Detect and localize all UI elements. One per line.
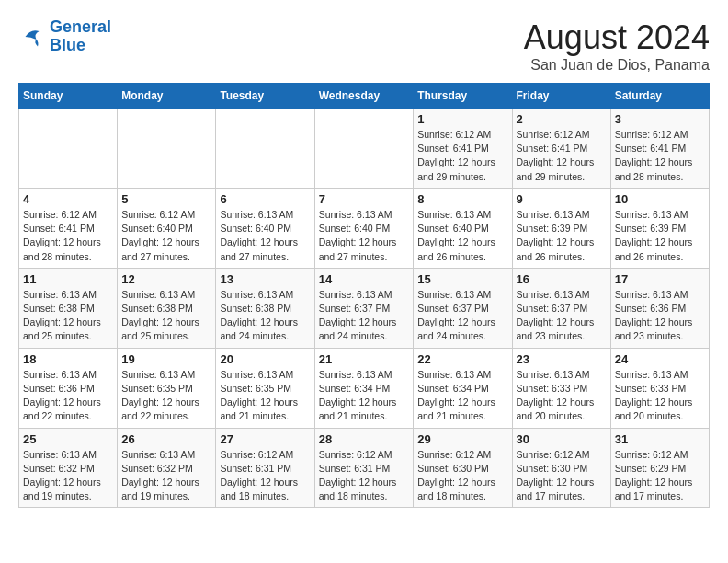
day-number: 3 [615,112,705,126]
day-number: 23 [517,352,607,366]
day-number: 15 [417,272,507,286]
logo-line2: Blue [50,36,85,54]
logo-line1: General [50,17,111,36]
day-detail: Sunrise: 6:13 AMSunset: 6:37 PMDaylight:… [517,288,607,344]
day-detail: Sunrise: 6:13 AMSunset: 6:38 PMDaylight:… [220,288,310,344]
day-detail: Sunrise: 6:12 AMSunset: 6:30 PMDaylight:… [417,448,507,504]
calendar-cell: 31Sunrise: 6:12 AMSunset: 6:29 PMDayligh… [610,428,709,508]
day-detail: Sunrise: 6:13 AMSunset: 6:40 PMDaylight:… [319,208,410,264]
calendar-cell: 12Sunrise: 6:13 AMSunset: 6:38 PMDayligh… [118,268,216,348]
day-detail: Sunrise: 6:12 AMSunset: 6:31 PMDaylight:… [319,448,410,504]
day-number: 30 [517,432,607,446]
calendar-cell: 3Sunrise: 6:12 AMSunset: 6:41 PMDaylight… [610,109,709,189]
calendar-cell: 22Sunrise: 6:13 AMSunset: 6:34 PMDayligh… [414,348,512,428]
calendar-cell: 28Sunrise: 6:12 AMSunset: 6:31 PMDayligh… [314,428,414,508]
calendar-cell: 5Sunrise: 6:12 AMSunset: 6:40 PMDaylight… [118,188,216,268]
calendar-cell: 4Sunrise: 6:12 AMSunset: 6:41 PMDaylight… [19,188,118,268]
day-detail: Sunrise: 6:13 AMSunset: 6:32 PMDaylight:… [121,448,211,504]
calendar-cell: 11Sunrise: 6:13 AMSunset: 6:38 PMDayligh… [19,268,118,348]
day-number: 28 [319,432,410,446]
column-header-saturday: Saturday [610,84,709,109]
day-detail: Sunrise: 6:12 AMSunset: 6:40 PMDaylight:… [121,208,211,264]
day-number: 8 [417,192,507,206]
calendar-cell: 6Sunrise: 6:13 AMSunset: 6:40 PMDaylight… [216,188,314,268]
day-detail: Sunrise: 6:13 AMSunset: 6:35 PMDaylight:… [121,368,211,424]
day-number: 31 [615,432,705,446]
logo-bird-icon [18,23,46,51]
column-header-tuesday: Tuesday [216,84,314,109]
calendar-cell [118,109,216,189]
calendar-week-2: 4Sunrise: 6:12 AMSunset: 6:41 PMDaylight… [19,188,710,268]
calendar-cell: 24Sunrise: 6:13 AMSunset: 6:33 PMDayligh… [610,348,709,428]
logo-text: General Blue [50,18,111,55]
day-detail: Sunrise: 6:12 AMSunset: 6:41 PMDaylight:… [517,128,607,184]
column-header-sunday: Sunday [19,84,118,109]
calendar-cell: 13Sunrise: 6:13 AMSunset: 6:38 PMDayligh… [216,268,314,348]
day-number: 2 [517,112,607,126]
day-detail: Sunrise: 6:12 AMSunset: 6:30 PMDaylight:… [517,448,607,504]
day-detail: Sunrise: 6:13 AMSunset: 6:40 PMDaylight:… [220,208,310,264]
day-detail: Sunrise: 6:13 AMSunset: 6:33 PMDaylight:… [615,368,705,424]
calendar-cell: 18Sunrise: 6:13 AMSunset: 6:36 PMDayligh… [19,348,118,428]
day-detail: Sunrise: 6:12 AMSunset: 6:41 PMDaylight:… [615,128,705,184]
month-title: August 2024 [524,18,710,57]
day-detail: Sunrise: 6:13 AMSunset: 6:40 PMDaylight:… [417,208,507,264]
day-detail: Sunrise: 6:12 AMSunset: 6:31 PMDaylight:… [220,448,310,504]
calendar-cell: 25Sunrise: 6:13 AMSunset: 6:32 PMDayligh… [19,428,118,508]
day-number: 4 [23,192,113,206]
day-detail: Sunrise: 6:12 AMSunset: 6:29 PMDaylight:… [615,448,705,504]
day-detail: Sunrise: 6:13 AMSunset: 6:33 PMDaylight:… [517,368,607,424]
day-detail: Sunrise: 6:13 AMSunset: 6:34 PMDaylight:… [319,368,410,424]
calendar-cell: 9Sunrise: 6:13 AMSunset: 6:39 PMDaylight… [512,188,610,268]
day-number: 21 [319,352,410,366]
calendar-cell: 15Sunrise: 6:13 AMSunset: 6:37 PMDayligh… [414,268,512,348]
day-number: 16 [517,272,607,286]
calendar-header-row: SundayMondayTuesdayWednesdayThursdayFrid… [19,84,710,109]
day-number: 13 [220,272,310,286]
day-detail: Sunrise: 6:12 AMSunset: 6:41 PMDaylight:… [23,208,113,264]
day-detail: Sunrise: 6:12 AMSunset: 6:41 PMDaylight:… [417,128,507,184]
day-number: 26 [121,432,211,446]
column-header-monday: Monday [118,84,216,109]
day-number: 7 [319,192,410,206]
day-number: 6 [220,192,310,206]
day-number: 17 [615,272,705,286]
calendar-cell [314,109,414,189]
day-detail: Sunrise: 6:13 AMSunset: 6:38 PMDaylight:… [121,288,211,344]
calendar-cell: 30Sunrise: 6:12 AMSunset: 6:30 PMDayligh… [512,428,610,508]
calendar-cell: 21Sunrise: 6:13 AMSunset: 6:34 PMDayligh… [314,348,414,428]
calendar-cell [19,109,118,189]
day-number: 22 [417,352,507,366]
day-number: 19 [121,352,211,366]
day-detail: Sunrise: 6:13 AMSunset: 6:37 PMDaylight:… [417,288,507,344]
column-header-thursday: Thursday [414,84,512,109]
day-detail: Sunrise: 6:13 AMSunset: 6:34 PMDaylight:… [417,368,507,424]
calendar-cell: 7Sunrise: 6:13 AMSunset: 6:40 PMDaylight… [314,188,414,268]
day-detail: Sunrise: 6:13 AMSunset: 6:35 PMDaylight:… [220,368,310,424]
day-number: 20 [220,352,310,366]
calendar-cell: 16Sunrise: 6:13 AMSunset: 6:37 PMDayligh… [512,268,610,348]
day-detail: Sunrise: 6:13 AMSunset: 6:32 PMDaylight:… [23,448,113,504]
calendar-cell: 8Sunrise: 6:13 AMSunset: 6:40 PMDaylight… [414,188,512,268]
calendar-cell: 10Sunrise: 6:13 AMSunset: 6:39 PMDayligh… [610,188,709,268]
calendar-week-1: 1Sunrise: 6:12 AMSunset: 6:41 PMDaylight… [19,109,710,189]
day-number: 29 [417,432,507,446]
day-detail: Sunrise: 6:13 AMSunset: 6:39 PMDaylight:… [517,208,607,264]
day-number: 27 [220,432,310,446]
calendar-cell [216,109,314,189]
day-detail: Sunrise: 6:13 AMSunset: 6:39 PMDaylight:… [615,208,705,264]
calendar-week-4: 18Sunrise: 6:13 AMSunset: 6:36 PMDayligh… [19,348,710,428]
column-header-wednesday: Wednesday [314,84,414,109]
calendar-week-5: 25Sunrise: 6:13 AMSunset: 6:32 PMDayligh… [19,428,710,508]
day-number: 10 [615,192,705,206]
calendar-table: SundayMondayTuesdayWednesdayThursdayFrid… [18,83,710,508]
day-number: 24 [615,352,705,366]
calendar-cell: 23Sunrise: 6:13 AMSunset: 6:33 PMDayligh… [512,348,610,428]
day-number: 9 [517,192,607,206]
day-number: 18 [23,352,113,366]
day-number: 11 [23,272,113,286]
day-detail: Sunrise: 6:13 AMSunset: 6:38 PMDaylight:… [23,288,113,344]
day-number: 1 [417,112,507,126]
calendar-cell: 2Sunrise: 6:12 AMSunset: 6:41 PMDaylight… [512,109,610,189]
day-detail: Sunrise: 6:13 AMSunset: 6:36 PMDaylight:… [615,288,705,344]
